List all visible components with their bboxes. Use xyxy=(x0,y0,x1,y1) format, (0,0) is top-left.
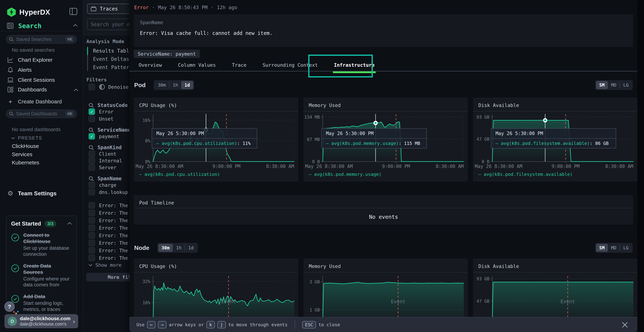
event-search-input[interactable]: Search your ev xyxy=(87,18,129,30)
show-more-toggle[interactable]: Show more xyxy=(88,262,122,268)
svg-text:Event: Event xyxy=(221,299,236,304)
mode-results-table[interactable]: Results Table xyxy=(93,48,129,54)
node-size-md[interactable]: MD xyxy=(608,244,620,252)
sidebar-item-client-sessions[interactable]: Client Sessions xyxy=(7,76,78,84)
filter-option-unset[interactable]: Unset xyxy=(88,116,114,122)
node-size-selector: SM MD LG xyxy=(595,243,633,253)
sidebar-item-alerts[interactable]: Alerts xyxy=(7,66,78,74)
search-icon xyxy=(9,112,14,116)
app-logo[interactable]: HyperDX xyxy=(7,6,78,18)
filter-option-error-span[interactable]: Error: The cr xyxy=(88,202,129,208)
checkbox[interactable] xyxy=(88,247,95,254)
denoise-checkbox-row[interactable]: Denoise Re xyxy=(88,84,129,90)
filter-option-error-span[interactable]: Error: The cr xyxy=(88,217,129,224)
node-range-30m[interactable]: 30m xyxy=(158,244,173,252)
checkbox[interactable] xyxy=(88,210,95,216)
svg-text:47 GB: 47 GB xyxy=(476,137,490,142)
checkbox[interactable] xyxy=(88,232,95,238)
pod-size-sm[interactable]: SM xyxy=(596,81,608,89)
sidebar-item-search[interactable]: Search xyxy=(7,21,78,30)
create-dashboard-button[interactable]: + Create Dashboard xyxy=(7,98,78,106)
filter-option-error[interactable]: ✓Error xyxy=(88,108,114,115)
tab-trace[interactable]: Trace xyxy=(232,62,246,68)
sidebar-item-chart-explorer[interactable]: Chart Explorer xyxy=(7,56,78,64)
filter-option-label: Server xyxy=(99,165,116,170)
svg-text:9:00:00 PM: 9:00:00 PM xyxy=(552,164,580,169)
tab-surrounding-context[interactable]: Surrounding Context xyxy=(262,62,318,68)
tooltip-time: May 26 5:30:00 PM xyxy=(491,128,616,139)
search-icon[interactable] xyxy=(88,103,94,108)
checkbox[interactable] xyxy=(88,225,95,231)
close-icon[interactable] xyxy=(621,321,628,328)
checkbox[interactable] xyxy=(88,116,95,122)
chart-legend: — avg(k8s.pod.cpu.utilization) xyxy=(139,172,220,177)
get-started-item-add-data[interactable]: Add Data Start sending logs, metrics, or… xyxy=(11,293,72,312)
filter-group-name: SpanKind xyxy=(98,144,122,150)
checkbox[interactable] xyxy=(88,84,95,90)
svg-text:93 GB: 93 GB xyxy=(476,115,490,120)
filter-option-error-span[interactable]: Error: The cr xyxy=(88,232,129,238)
pod-range-1h[interactable]: 1h xyxy=(170,81,181,89)
saved-dashboards-input[interactable]: Saved Dashboards ⌘K xyxy=(6,110,77,118)
filter-option-server[interactable]: Server xyxy=(88,164,116,171)
sidebar-item-dashboards[interactable]: Dashboards xyxy=(7,86,78,94)
checkbox-checked[interactable]: ✓ xyxy=(88,133,95,140)
filter-option-internal[interactable]: Internal xyxy=(88,158,122,164)
chevron-up-icon[interactable] xyxy=(67,222,72,226)
search-icon[interactable] xyxy=(88,176,94,182)
checkbox[interactable] xyxy=(88,217,95,224)
service-name-tag[interactable]: ServiceName: payment xyxy=(134,50,200,58)
search-icon[interactable] xyxy=(88,127,94,133)
more-filters-button[interactable]: More fil xyxy=(86,273,129,282)
checkbox[interactable] xyxy=(88,202,95,208)
preset-services[interactable]: Services xyxy=(12,151,32,158)
filter-option-charge[interactable]: charge xyxy=(88,182,116,188)
mode-event-patterns[interactable]: Event Patterns xyxy=(93,64,129,70)
get-started-item-sources[interactable]: Create Data Sources Configure where your… xyxy=(11,263,72,288)
help-button[interactable]: ? xyxy=(4,302,15,312)
filter-option-payment[interactable]: ✓payment xyxy=(88,133,119,140)
pod-range-30m[interactable]: 30m xyxy=(154,81,169,89)
checkbox[interactable] xyxy=(88,189,95,195)
tab-overview[interactable]: Overview xyxy=(139,62,162,68)
mode-event-deltas[interactable]: Event Deltas xyxy=(93,56,129,62)
svg-text:0%: 0% xyxy=(145,159,150,164)
filter-option-error-span[interactable]: Error: The cr xyxy=(88,240,129,246)
checkbox[interactable] xyxy=(88,182,95,188)
filter-option-error-span[interactable]: Error: The cr xyxy=(88,247,129,254)
node-range-1h[interactable]: 1h xyxy=(173,244,184,252)
get-started-panel: Get Started 3/3 Connect to ClickHouse Se… xyxy=(6,216,77,314)
checkbox[interactable] xyxy=(88,240,95,246)
checkbox[interactable] xyxy=(88,150,95,157)
node-range-1d[interactable]: 1d xyxy=(185,244,197,252)
user-profile-chip[interactable]: D dale@clickhouse.com dale@clickhouse.co… xyxy=(4,314,78,328)
presets-toggle[interactable]: PRESETS xyxy=(11,135,42,141)
checkbox[interactable] xyxy=(88,255,95,261)
source-select[interactable]: Traces xyxy=(87,4,129,14)
preset-clickhouse[interactable]: ClickHouse xyxy=(12,143,39,149)
sidebar-collapse-icon[interactable] xyxy=(70,8,77,15)
tab-infrastructure[interactable]: Infrastructure xyxy=(334,62,375,68)
preset-kubernetes[interactable]: Kubernetes xyxy=(12,160,39,166)
svg-text:May 26 8:30:00 AM: May 26 8:30:00 AM xyxy=(136,164,183,169)
filter-option-error-span[interactable]: Error: The cr xyxy=(88,255,129,261)
footer-arrows-text: arrow keys or xyxy=(169,322,204,327)
tab-column-values[interactable]: Column Values xyxy=(178,62,216,68)
filter-option-dns-lookup[interactable]: dns.lookup xyxy=(88,189,128,195)
checkbox[interactable] xyxy=(88,158,95,164)
filter-option-error-span[interactable]: Error: The cr xyxy=(88,210,129,216)
checkbox[interactable] xyxy=(88,164,95,171)
node-size-sm[interactable]: SM xyxy=(596,244,608,252)
pod-size-md[interactable]: MD xyxy=(608,81,620,89)
check-circle-icon xyxy=(11,234,19,242)
filter-option-client[interactable]: Client xyxy=(88,150,116,157)
sidebar-item-team-settings[interactable]: ⚙ Team Settings xyxy=(7,189,78,198)
checkbox-checked[interactable]: ✓ xyxy=(88,108,95,115)
node-size-lg[interactable]: LG xyxy=(620,244,632,252)
pod-range-1d[interactable]: 1d xyxy=(181,81,193,89)
saved-searches-input[interactable]: Saved Searches ⌘K xyxy=(6,35,77,44)
pod-size-lg[interactable]: LG xyxy=(620,81,632,89)
get-started-item-connect[interactable]: Connect to ClickHouse Set up your databa… xyxy=(11,232,72,258)
filter-option-error-span[interactable]: Error: The cr xyxy=(88,225,129,231)
search-icon[interactable] xyxy=(88,145,94,150)
